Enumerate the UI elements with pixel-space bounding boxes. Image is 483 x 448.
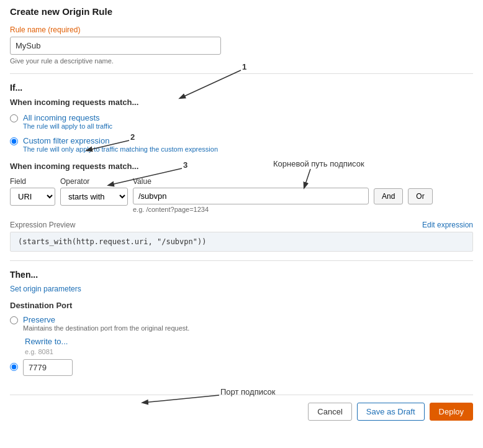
rule-name-label: Rule name (required) [10,25,473,34]
and-button[interactable]: And [374,188,403,204]
then-title: Then... [10,270,473,280]
if-section: If... When incoming requests match... Al… [10,83,473,213]
radio-custom-main: Custom filter expression [23,136,218,145]
rewrite-example: e.g. 8081 [25,348,473,355]
or-button[interactable]: Or [408,188,432,204]
rewrite-radio[interactable] [10,363,18,371]
set-origin-text: Set origin parameters [10,285,473,293]
rewrite-label: Rewrite to... [25,337,473,346]
value-input[interactable] [133,188,369,204]
field-select[interactable]: URI [10,188,55,206]
preserve-desc: Maintains the destination port from the … [23,324,189,332]
divider-2 [10,260,473,261]
radio-all-label: All incoming requests The rule will appl… [23,113,112,130]
expression-preview-section: Expression Preview Edit expression (star… [10,221,473,252]
radio-custom-filter[interactable]: Custom filter expression The rule will o… [10,136,473,153]
expression-preview-label: Expression Preview [10,221,75,229]
radio-all-requests[interactable]: All incoming requests The rule will appl… [10,113,473,130]
field-label: Field [10,177,55,186]
filter-row: Field URI Operator starts with Value e.g… [10,177,473,213]
save-draft-button[interactable]: Save as Draft [357,403,425,421]
rule-name-section: Rule name (required) Give your rule a de… [10,25,473,65]
when-match-title: When incoming requests match... [10,162,473,171]
rewrite-section: Rewrite to... e.g. 8081 [25,337,473,355]
operator-label: Operator [60,177,128,186]
radio-all-desc: The rule will apply to all traffic [23,122,112,130]
value-label: Value [133,177,369,186]
rewrite-to-option[interactable] [10,359,473,376]
radio-all-input[interactable] [10,114,18,122]
page-title: Create new Origin Rule [10,6,473,17]
operator-col: Operator starts with [60,177,128,206]
rule-name-input[interactable] [10,37,221,55]
radio-custom-input[interactable] [10,137,18,145]
value-example: e.g. /content?page=1234 [133,206,369,213]
dest-port-label: Destination Port [10,301,473,310]
port-input[interactable] [23,359,73,376]
field-col: Field URI [10,177,55,206]
value-col: Value e.g. /content?page=1234 [133,177,369,213]
preserve-main-label: Preserve [23,315,189,324]
if-section-title: If... [10,83,473,93]
preserve-label-block: Preserve Maintains the destination port … [23,315,189,332]
match-type-group: All incoming requests The rule will appl… [10,113,473,153]
radio-custom-desc: The rule will only apply to traffic matc… [23,145,218,153]
divider-1 [10,73,473,74]
operator-select[interactable]: starts with [60,188,128,206]
rule-name-hint: Give your rule a descriptive name. [10,57,473,65]
radio-custom-label: Custom filter expression The rule will o… [23,136,218,153]
bottom-bar: Cancel Save as Draft Deploy [10,395,473,421]
preserve-radio[interactable] [10,316,18,324]
then-section: Then... Set origin parameters Destinatio… [10,270,473,376]
when-incoming-label: When incoming requests match... [10,98,473,107]
expression-box: (starts_with(http.request.uri, "/subvpn"… [10,232,473,252]
radio-all-main: All incoming requests [23,113,112,122]
deploy-button[interactable]: Deploy [430,403,473,421]
expression-header: Expression Preview Edit expression [10,221,473,229]
cancel-button[interactable]: Cancel [308,403,351,421]
edit-expression-link[interactable]: Edit expression [422,221,473,229]
preserve-option[interactable]: Preserve Maintains the destination port … [10,315,473,332]
